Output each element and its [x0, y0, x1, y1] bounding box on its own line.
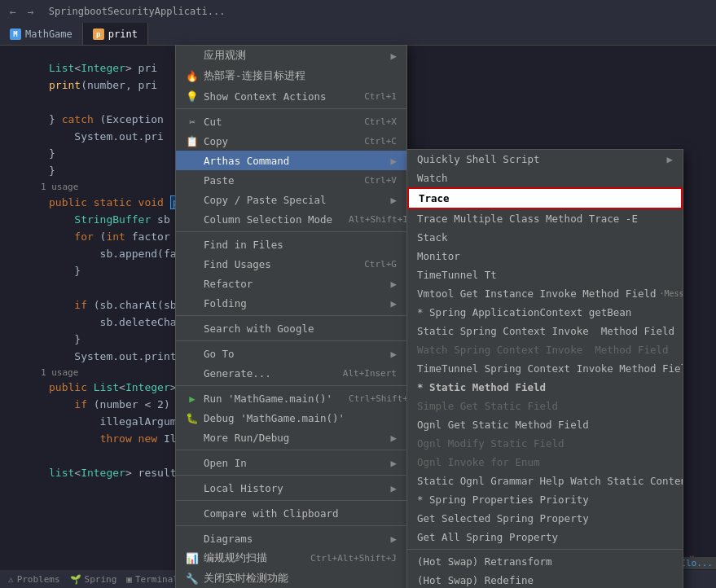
empty-icon: [186, 213, 199, 226]
menu-label: More Run/Debug: [204, 432, 289, 444]
menu-item-appwatch[interactable]: 应用观测 ▶: [176, 46, 406, 66]
menu-item-find-files[interactable]: Find in Files: [176, 235, 406, 254]
menu-item-paste[interactable]: Paste Ctrl+V: [176, 170, 406, 190]
line-num: [8, 297, 37, 314]
submenu-label: Get Selected Spring Property: [417, 512, 589, 524]
menu-item-hotreload[interactable]: 🔥 热部署-连接目标进程: [176, 66, 406, 86]
menu-item-folding[interactable]: Folding ▶: [176, 293, 406, 313]
separator: [176, 385, 406, 386]
cut-icon: ✂: [186, 115, 199, 128]
menu-item-refactor[interactable]: Refactor ▶: [176, 274, 406, 293]
submenu-item-watch[interactable]: Watch: [407, 169, 683, 187]
menu-label: Debug 'MathGame.main()': [204, 412, 345, 424]
submenu-item-spring-getbean[interactable]: * Spring ApplicationContext getBean: [407, 303, 683, 322]
menu-label: Run 'MathGame.main()': [204, 393, 332, 405]
menu-item-compare-clipboard[interactable]: Compare with Clipboard: [176, 503, 406, 523]
tab-print-label: print: [108, 29, 138, 40]
menu-item-copy[interactable]: 📋 Copy Ctrl+C: [176, 131, 406, 151]
menu-item-local-history[interactable]: Local History ▶: [176, 478, 406, 498]
submenu-item-static-method-field[interactable]: * Static Method Field: [407, 378, 683, 397]
tab-spring[interactable]: 🌱 Spring: [70, 574, 117, 585]
separator: [407, 549, 683, 550]
menu-item-diagrams[interactable]: Diagrams ▶: [176, 529, 406, 548]
menu-label: Show Context Actions: [204, 90, 327, 103]
menu-item-context-actions[interactable]: 💡 Show Context Actions Ctrl+1: [176, 86, 406, 106]
line-num: [8, 246, 37, 263]
menu-item-arthas[interactable]: Arthas Command ▶ Quickly Shell Script ▶ …: [176, 151, 406, 170]
submenu-item-hotswap-retransform[interactable]: (Hot Swap) Retransform: [407, 552, 683, 571]
separator: [176, 231, 406, 232]
shortcut-label: Ctrl+X: [348, 116, 397, 127]
submenu-item-timetunnel[interactable]: TimeTunnel Tt: [407, 265, 683, 284]
shortcut-label: Ctrl+Alt+Shift+J: [294, 553, 397, 564]
menu-item-find-usages[interactable]: Find Usages Ctrl+G: [176, 254, 406, 274]
submenu-item-hotswap-redefine[interactable]: (Hot Swap) Redefine: [407, 571, 683, 588]
submenu-item-vmtool[interactable]: Vmtool Get Instance Invoke Method Field …: [407, 284, 683, 303]
tab-terminal[interactable]: ▣ Terminal: [126, 574, 178, 585]
submenu-item-ognl-grammar[interactable]: Static Ognl Grammar Help Watch Static Co…: [407, 472, 683, 490]
line-num: [8, 465, 37, 482]
line-num: [8, 129, 37, 146]
empty-icon: [186, 431, 199, 444]
submenu-label: Quickly Shell Script: [417, 153, 540, 165]
menu-item-goto[interactable]: Go To ▶: [176, 344, 406, 363]
line-num: [8, 77, 37, 94]
arrow-icon: ▶: [390, 50, 397, 62]
menu-item-code-scan[interactable]: 📊 编规规约扫描 Ctrl+Alt+Shift+J: [176, 548, 406, 568]
scan-icon: 📊: [186, 552, 199, 565]
shortcut-label: Ctrl+C: [348, 136, 397, 147]
menu-item-generate[interactable]: Generate... Alt+Insert: [176, 363, 406, 383]
arrow-icon: ▶: [390, 533, 397, 545]
back-button[interactable]: ←: [7, 4, 20, 20]
submenu-item-trace-multiple[interactable]: Trace Multiple Class Method Trace -E: [407, 209, 683, 228]
menu-label: Local History: [204, 482, 283, 494]
submenu-item-timetunnel-spring[interactable]: TimeTunnel Spring Context Invoke Method …: [407, 359, 683, 378]
menu-label: 应用观测: [204, 49, 246, 63]
arrow-icon: ▶: [390, 432, 397, 444]
menu-label: Compare with Clipboard: [204, 507, 339, 520]
separator: [176, 450, 406, 450]
debug-icon: 🐛: [186, 411, 199, 424]
submenu-label: (Hot Swap) Retransform: [417, 555, 552, 568]
arrow-icon: ▶: [390, 155, 397, 167]
submenu-item-ognl-enum: Ognl Invoke for Enum: [407, 453, 683, 472]
menu-item-open-in[interactable]: Open In ▶: [176, 453, 406, 472]
arrow-icon: ▶: [390, 194, 397, 206]
menu-item-debug[interactable]: 🐛 Debug 'MathGame.main()': [176, 408, 406, 428]
menu-item-cut[interactable]: ✂ Cut Ctrl+X: [176, 112, 406, 131]
menu-item-run[interactable]: ▶ Run 'MathGame.main()' Ctrl+Shift+F10: [176, 388, 406, 408]
submenu-item-spring-priority[interactable]: * Spring Properties Priority: [407, 490, 683, 509]
submenu-item-quicklyshell[interactable]: Quickly Shell Script ▶: [407, 150, 683, 169]
empty-icon: [186, 507, 199, 520]
menu-label: Refactor: [204, 278, 253, 290]
submenu-item-static-spring-invoke[interactable]: Static Spring Context Invoke Method Fiel…: [407, 322, 683, 340]
menu-item-search-google[interactable]: Search with Google: [176, 318, 406, 338]
menu-item-column-select[interactable]: Column Selection Mode Alt+Shift+Insert: [176, 209, 406, 229]
line-num: [8, 314, 37, 331]
submenu-item-get-all[interactable]: Get All Spring Property: [407, 528, 683, 546]
submenu-item-stack[interactable]: Stack: [407, 228, 683, 247]
empty-icon: [186, 257, 199, 270]
menu-item-close-detect[interactable]: 🔧 关闭实时检测功能: [176, 568, 406, 588]
menu-item-more-run[interactable]: More Run/Debug ▶: [176, 428, 406, 447]
forward-button[interactable]: →: [24, 4, 37, 20]
submenu-item-monitor[interactable]: Monitor: [407, 247, 683, 265]
submenu-item-trace[interactable]: Trace: [407, 187, 683, 209]
terminal-icon: ▣: [126, 574, 132, 585]
submenu-label: Simple Get Static Field: [417, 400, 558, 412]
submenu-item-ognl-get[interactable]: Ognl Get Static Method Field: [407, 415, 683, 434]
menu-label: Find in Files: [204, 239, 283, 251]
run-icon: ▶: [186, 392, 199, 405]
tab-problems[interactable]: ⚠ Problems: [8, 574, 60, 585]
tab-mathgame[interactable]: M MathGame: [0, 23, 83, 45]
tab-print[interactable]: p print: [83, 23, 148, 45]
menu-label: Copy: [204, 135, 228, 147]
submenu-label: Trace: [419, 192, 450, 204]
line-num: [8, 212, 37, 229]
menu-item-copy-paste-special[interactable]: Copy / Paste Special ▶: [176, 190, 406, 209]
submenu-item-get-selected[interactable]: Get Selected Spring Property: [407, 509, 683, 528]
line-num: [8, 60, 37, 77]
submenu-label: Stack: [417, 231, 448, 244]
submenu-label: * Static Method Field: [417, 381, 546, 393]
separator: [176, 315, 406, 316]
